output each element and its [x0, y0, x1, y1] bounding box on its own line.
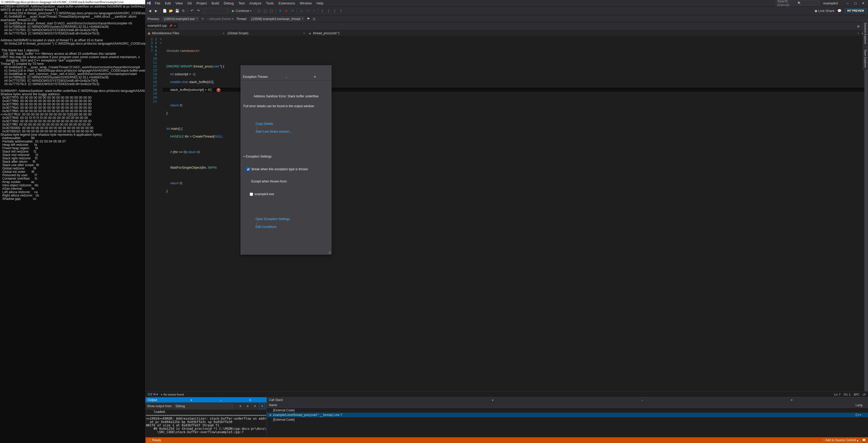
dbg-2[interactable]: ⬚ — [262, 8, 268, 14]
maximize-button[interactable]: ◻ — [851, 0, 859, 6]
feedback-button[interactable]: 💬 — [837, 8, 842, 14]
continue-button[interactable]: ▶ Continue ▾ — [230, 8, 253, 13]
dbg-ex3[interactable]: ⋮ — [332, 8, 338, 14]
error-marker-icon[interactable]: ✕ — [217, 88, 220, 92]
restart-button[interactable]: ⟳ — [290, 8, 296, 14]
minimize-button[interactable]: ─ — [844, 0, 851, 6]
step-out-button[interactable]: ↗ — [311, 8, 316, 14]
output-close-icon[interactable]: ✕ — [236, 399, 265, 402]
stack-frame-icon[interactable]: ▦ — [313, 17, 316, 21]
redo-button[interactable]: ↷ — [195, 8, 201, 14]
sidetab-solution-explorer[interactable]: Solution Explorer — [863, 20, 868, 47]
saveall-button[interactable]: ⎘ — [181, 8, 186, 14]
cs-pin-icon[interactable]: ⟂ — [568, 399, 716, 402]
scrollbar[interactable] — [864, 36, 868, 391]
menu-tools[interactable]: Tools — [264, 1, 276, 6]
module-checkbox[interactable]: example3.exe — [250, 192, 329, 196]
issues-status[interactable]: ● No issues found — [160, 393, 184, 396]
dbg-ex4[interactable]: ⋮ — [338, 8, 344, 14]
menu-file[interactable]: File — [153, 1, 162, 6]
tab-gear-icon[interactable]: ⚙ — [856, 24, 861, 29]
menu-project[interactable]: Project — [194, 1, 209, 6]
dbg-3[interactable]: ⬚ — [269, 8, 274, 14]
menu-test[interactable]: Test — [237, 1, 247, 6]
cs-lang-header[interactable]: Lang — [856, 403, 866, 407]
output-body[interactable]: loaded. ================================… — [146, 410, 267, 437]
menu-git[interactable]: Git — [185, 1, 194, 6]
cs-close-icon[interactable]: ✕ — [717, 399, 866, 402]
cs-dropdown-icon[interactable]: ▾ — [418, 399, 567, 402]
exception-settings-header[interactable]: Exception Settings — [243, 155, 329, 159]
out-t1[interactable]: ≡ — [238, 403, 243, 409]
sidetab-team-explorer[interactable]: Team Explorer — [863, 47, 868, 70]
popup-close-icon[interactable]: ✕ — [301, 75, 329, 79]
copy-details-link[interactable]: Copy Details — [256, 122, 273, 126]
out-t4[interactable]: ≡ — [259, 403, 265, 409]
lifecycle-link[interactable]: ▫ Lifecycle Events ▾ — [207, 17, 234, 21]
callstack-row[interactable]: ➔example3.exe!thread_proc(void * __forma… — [267, 413, 868, 417]
menu-extensions[interactable]: Extensions — [276, 1, 297, 6]
code-body[interactable]: #include <windows.h> DWORD WINAPI thread… — [163, 36, 864, 391]
menu-view[interactable]: View — [173, 1, 185, 6]
zoom-level[interactable]: 111 % ▾ — [148, 393, 158, 396]
nav-scope[interactable]: (Global Scope) — [226, 31, 307, 36]
process-combo[interactable]: [19924] example3.exe — [162, 16, 199, 21]
solution-config[interactable] — [204, 8, 227, 14]
menu-window[interactable]: Window — [298, 1, 314, 6]
popup-pin-icon[interactable]: ⟂ — [272, 75, 301, 79]
new-button[interactable]: 📄 — [162, 8, 167, 14]
open-exception-settings-link[interactable]: Open Exception Settings — [256, 217, 290, 221]
live-share-button[interactable]: ◉ Live Share — [813, 8, 836, 13]
notif-icon[interactable]: 💬 — [862, 438, 866, 442]
break-checkbox[interactable]: Break when this exception type is thrown — [247, 167, 329, 171]
menu-build[interactable]: Build — [209, 1, 221, 6]
close-button[interactable]: ✕ — [859, 0, 867, 6]
break-checkbox-input[interactable] — [247, 168, 250, 171]
module-checkbox-input[interactable] — [250, 193, 253, 196]
output-from-combo[interactable]: Debug — [174, 404, 234, 408]
add-source-control[interactable]: ↑ Add to Source Control ▴ — [823, 438, 858, 442]
output-header[interactable]: Output ▾ ⟂ ✕ — [146, 397, 267, 403]
refresh-icon[interactable]: ⟳ — [202, 17, 204, 21]
flag-icon[interactable]: ⚑ — [307, 17, 310, 21]
nav-fwd-button[interactable]: ▶ — [153, 8, 159, 14]
dbg-ex2[interactable]: ⋮ — [326, 8, 331, 14]
nav-function[interactable]: ◈ thread_proc(void *) — [307, 31, 861, 36]
close-tab-icon[interactable]: ✕ — [174, 24, 176, 27]
output-dropdown-icon[interactable]: ▾ — [177, 399, 206, 402]
search-box[interactable]: Search (Ctrl+Q) 🔍 — [776, 0, 820, 6]
menu-edit[interactable]: Edit — [163, 1, 173, 6]
thread-combo[interactable]: [13508] example3.exe!asan_thread — [250, 16, 304, 21]
out-t3[interactable]: ≡ — [252, 403, 258, 409]
open-button[interactable]: 📂 — [168, 8, 174, 14]
undo-button[interactable]: ↶ — [189, 8, 195, 14]
start-liveshare-link[interactable]: Start Live Share session... — [256, 130, 292, 133]
menu-analyze[interactable]: Analyze — [247, 1, 263, 6]
debug-bar: Process: [19924] example3.exe ⟳ ▫ Lifecy… — [146, 15, 868, 23]
cs-name-header[interactable]: Name — [269, 403, 856, 407]
step-into-button[interactable]: ↘ — [298, 8, 304, 14]
file-tab[interactable]: example3.cpp 📌 ✕ — [146, 23, 178, 28]
code-editor[interactable]: 1 2 3 4 5 6 7 8 9 10 11 12 13 14 15 16 1… — [146, 36, 868, 391]
step-over-button[interactable]: ↷ — [305, 8, 310, 14]
titlebar: FileEditViewGitProjectBuildDebugTestAnal… — [146, 0, 868, 6]
dbg-1[interactable]: ⬚ — [256, 8, 262, 14]
save-button[interactable]: 💾 — [174, 8, 180, 14]
pause-button[interactable]: ⏸ — [277, 8, 283, 14]
callstack-body[interactable]: [External Code]➔example3.exe!thread_proc… — [267, 408, 868, 437]
menu-help[interactable]: Help — [314, 1, 326, 6]
stop-button[interactable]: ■ — [283, 8, 289, 14]
callstack-row[interactable]: [External Code] — [267, 417, 868, 422]
menu-debug[interactable]: Debug — [222, 1, 236, 6]
out-t2[interactable]: ≡ — [245, 403, 250, 409]
output-pin-icon[interactable]: ⟂ — [206, 399, 235, 402]
dbg-ex1[interactable]: ⋮ — [319, 8, 325, 14]
callstack-row[interactable]: [External Code] — [267, 408, 868, 413]
nav-project[interactable]: ▣ Miscellaneous Files — [146, 31, 226, 36]
nav-back-button[interactable]: ◀ — [147, 8, 153, 14]
pin-icon[interactable]: 📌 — [169, 24, 172, 27]
resize-grip-icon[interactable]: ◢ — [329, 250, 331, 254]
lf-indicator: LF — [863, 393, 866, 396]
edit-conditions-link[interactable]: Edit Conditions — [256, 225, 277, 229]
callstack-header[interactable]: Call Stack ▾ ⟂ ✕ — [267, 397, 868, 403]
